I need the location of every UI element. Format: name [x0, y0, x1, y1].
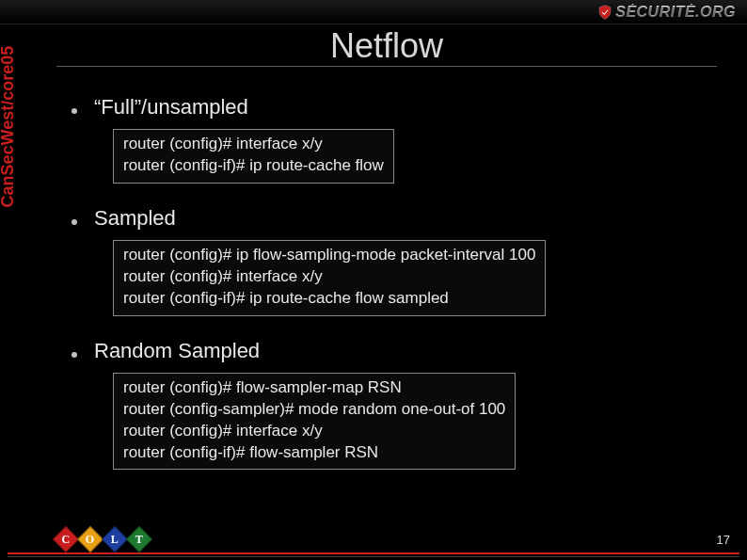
- footer: C O L T 17: [0, 522, 747, 560]
- bullet-icon: [72, 219, 77, 225]
- slide-content: “Full”/unsampled router (config)# interf…: [38, 72, 736, 470]
- sponsor-letter: C: [62, 532, 71, 546]
- sponsor-letter: T: [135, 532, 143, 546]
- footer-rule: [8, 552, 739, 554]
- sponsor-logo: C O L T: [56, 530, 154, 549]
- code-line: router (config-if)# ip route-cache flow …: [123, 288, 535, 310]
- conference-label: CanSecWest/core05: [0, 46, 18, 208]
- diamond-icon: C: [53, 526, 79, 552]
- brand-text: SÉCURITÉ.ORG: [615, 4, 736, 21]
- bullet-heading: Sampled: [94, 206, 176, 231]
- bullet-heading: “Full”/unsampled: [94, 95, 248, 120]
- diamond-icon: T: [126, 526, 152, 552]
- code-block: router (config)# interface x/y router (c…: [113, 129, 394, 184]
- code-line: router (config)# ip flow-sampling-mode p…: [123, 245, 535, 266]
- top-bar: SÉCURITÉ.ORG: [0, 0, 747, 24]
- title-divider: [56, 66, 717, 67]
- bullet-icon: [72, 352, 77, 358]
- code-block: router (config)# flow-sampler-map RSN ro…: [113, 373, 516, 471]
- sponsor-letter: O: [86, 533, 94, 547]
- code-line: router (config)# interface x/y: [123, 266, 535, 288]
- page-number: 17: [717, 533, 730, 547]
- brand-logo: SÉCURITÉ.ORG: [596, 4, 736, 21]
- slide-body: Netflow “Full”/unsampled router (config)…: [38, 26, 736, 522]
- diamond-icon: L: [102, 526, 128, 552]
- bullet-icon: [72, 108, 77, 114]
- diamond-icon: O: [77, 526, 103, 552]
- footer-rule: [8, 556, 739, 557]
- slide-title-wrap: Netflow: [38, 26, 736, 66]
- code-block: router (config)# ip flow-sampling-mode p…: [113, 240, 546, 316]
- code-line: router (config-if)# flow-sampler RSN: [123, 442, 505, 464]
- code-line: router (config)# flow-sampler-map RSN: [123, 377, 505, 399]
- bullet-item: Sampled: [72, 206, 717, 231]
- bullet-heading: Random Sampled: [94, 339, 260, 363]
- code-line: router (config-if)# ip route-cache flow: [123, 155, 384, 177]
- code-line: router (config)# interface x/y: [123, 134, 384, 155]
- sponsor-letter: L: [111, 532, 119, 546]
- shield-icon: [596, 4, 613, 21]
- bullet-item: “Full”/unsampled: [72, 95, 717, 120]
- bullet-item: Random Sampled: [72, 339, 717, 363]
- code-line: router (config)# interface x/y: [123, 421, 505, 442]
- code-line: router (config-sampler)# mode random one…: [123, 399, 505, 421]
- slide-title: Netflow: [38, 26, 736, 66]
